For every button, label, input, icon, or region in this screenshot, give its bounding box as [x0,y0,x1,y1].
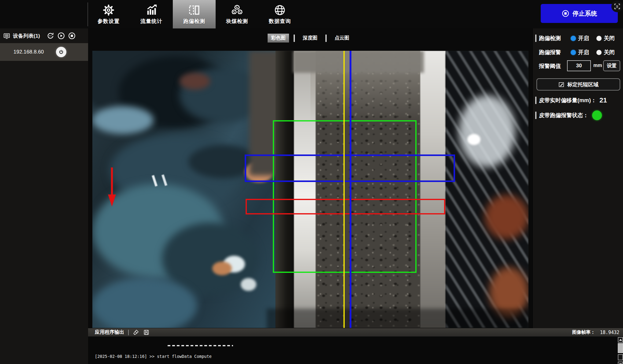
photo-blob [212,262,232,275]
detect-on-label[interactable]: 开启 [578,35,589,42]
photo-blob [92,106,154,134]
tab-point-cloud[interactable]: 点云图 [331,34,353,43]
device-ip: 192.168.8.60 [13,49,44,55]
log-header: 应用程序输出 图像帧率： 18.9432 [88,328,623,336]
gear-icon [102,4,115,16]
section-tick [535,97,536,104]
tab-parameter-settings[interactable]: 参数设置 [87,0,130,28]
log-panel: 应用程序输出 图像帧率： 18.9432 [2025-02-08 18:12:1… [88,328,623,364]
calibrate-roller-label: 标定托辊区域 [567,81,599,88]
device-list-icon [3,32,10,39]
clear-log-icon[interactable] [133,329,139,336]
main-content: 彩色图 深度图 点云图 [88,28,532,328]
section-tick [535,112,536,119]
play-icon[interactable] [57,32,65,40]
scrollbar-track-box[interactable] [618,354,623,360]
detect-off-radio[interactable] [596,36,602,41]
log-scrollbar [618,336,623,364]
globe-icon [274,4,286,16]
tab-label: 参数设置 [98,18,120,25]
alarm-status-indicator [592,110,602,120]
bar-chart-icon [145,4,158,16]
tab-deviation-detection[interactable]: 跑偏检测 [173,0,216,28]
app-window: 参数设置 流量统计 跑偏检测 块煤 [0,0,623,364]
photo-blob [241,278,256,291]
deviation-detect-row: 跑偏检测 开启 关闭 [535,35,615,42]
framerate-label: 图像帧率： [572,329,595,335]
offset-label: 皮带实时偏移量(mm)： [539,97,596,104]
log-title: 应用程序输出 [95,329,124,336]
tab-label: 数据查询 [269,18,291,25]
deviation-icon [188,4,200,16]
tab-flow-statistics[interactable]: 流量统计 [130,0,173,28]
offset-value: 21 [599,96,607,104]
stop-system-label: 停止系统 [573,9,597,18]
threshold-input[interactable] [567,60,591,71]
device-list-title: 设备列表(1) [13,32,40,39]
device-power-button[interactable] [56,47,66,57]
up-arrow-icon [619,339,622,341]
threshold-label: 报警阈值 [539,62,561,70]
tab-data-query[interactable]: 数据查询 [258,0,301,28]
alarm-status-row: 皮带跑偏报警状态： [535,110,602,120]
device-row[interactable]: 192.168.8.60 [0,43,88,61]
power-icon [58,49,65,55]
stop-circle-icon [562,9,569,17]
framerate-value: 18.9432 [600,330,619,335]
detect-on-radio[interactable] [571,36,576,41]
alarm-off-label[interactable]: 关闭 [604,49,615,56]
device-actions [46,32,76,40]
refresh-icon[interactable] [46,32,54,40]
photo-layer [293,51,424,73]
camera-view [92,51,528,328]
view-tabs: 彩色图 深度图 点云图 [268,34,353,43]
log-line-clipped [168,345,233,346]
belt-center-line-blue [350,51,351,328]
detect-off-label[interactable]: 关闭 [604,35,615,42]
alarm-status-label: 皮带跑偏报警状态： [539,112,588,119]
coal-lumps-icon [231,4,243,16]
alarm-on-radio[interactable] [571,50,576,55]
control-panel: 跑偏检测 开启 关闭 跑偏报警 开启 关闭 报警阈值 mm 设置 标定托辊区域 [532,28,623,328]
log-output: [2025-02-08 18:12:16] >> start flowData … [88,336,618,364]
direction-arrow-red [106,166,118,209]
photo-blob [467,134,480,145]
deviation-alarm-label: 跑偏报警 [539,49,571,56]
photo-layer [267,309,528,328]
device-sidebar: 设备列表(1) 192.168.8.60 [0,28,88,364]
scrollbar-thumb[interactable] [618,343,623,353]
log-header-divider [128,330,129,335]
edit-region-icon [558,81,565,88]
log-line: [2025-02-08 18:12:16] >> start flowData … [95,355,618,358]
deviation-detect-label: 跑偏检测 [539,35,571,42]
threshold-set-button[interactable]: 设置 [603,60,620,71]
photo-blob [459,95,515,167]
deviation-alarm-row: 跑偏报警 开启 关闭 [539,49,615,56]
stop-icon[interactable] [68,32,76,40]
translate-icon: 文 [614,3,621,10]
view-tab-divider [325,35,327,42]
tab-label: 跑偏检测 [183,18,205,25]
tab-depth-image[interactable]: 深度图 [299,34,321,43]
reference-line-yellow [343,51,345,328]
toolbar: 参数设置 流量统计 跑偏检测 块煤 [0,0,623,28]
offset-row: 皮带实时偏移量(mm)： 21 [535,96,607,104]
stop-system-button[interactable]: 停止系统 [541,4,618,23]
svg-text:文: 文 [616,5,619,8]
photo-blob [485,195,528,239]
tab-coal-detection[interactable]: 块煤检测 [216,0,258,28]
save-log-icon[interactable] [143,329,150,336]
translate-overlay-badge[interactable]: 文 [611,1,623,12]
threshold-row: 报警阈值 mm 设置 [533,60,623,71]
scroll-up-button[interactable] [618,337,623,343]
section-tick [535,35,536,42]
view-tab-divider [294,35,295,42]
scroll-down-button[interactable] [618,362,623,364]
calibrate-roller-button[interactable]: 标定托辊区域 [536,78,620,91]
tab-color-image[interactable]: 彩色图 [268,34,289,43]
alarm-region-overlay-red [246,199,445,215]
alarm-off-radio[interactable] [596,50,602,55]
threshold-unit: mm [593,63,602,68]
alarm-on-label[interactable]: 开启 [578,49,589,56]
photo-blob [180,73,210,89]
